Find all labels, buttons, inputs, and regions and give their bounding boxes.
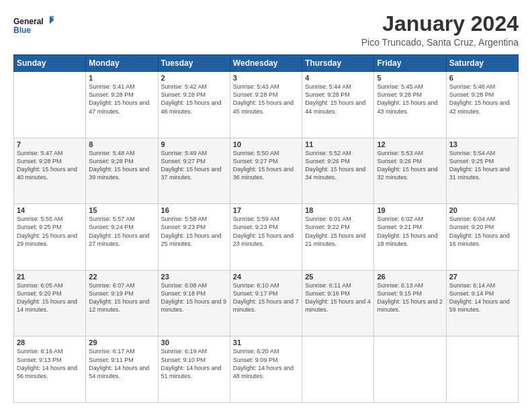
day-info: Sunrise: 6:11 AM Sunset: 9:16 PM Dayligh…: [305, 281, 371, 314]
week-row-3: 21Sunrise: 6:05 AM Sunset: 9:20 PM Dayli…: [14, 270, 519, 336]
day-info: Sunrise: 6:02 AM Sunset: 9:21 PM Dayligh…: [377, 215, 443, 248]
title-section: January 2024 Pico Truncado, Santa Cruz, …: [361, 12, 519, 48]
day-number: 31: [233, 338, 299, 347]
day-number: 27: [449, 273, 515, 281]
day-info: Sunrise: 5:54 AM Sunset: 9:25 PM Dayligh…: [449, 149, 515, 182]
day-cell: 2Sunrise: 5:42 AM Sunset: 9:28 PM Daylig…: [158, 72, 230, 138]
day-number: 30: [161, 338, 227, 347]
day-cell: 1Sunrise: 5:41 AM Sunset: 9:28 PM Daylig…: [86, 72, 158, 138]
day-cell: [302, 336, 374, 403]
day-number: 17: [233, 206, 299, 214]
day-cell: 24Sunrise: 6:10 AM Sunset: 9:17 PM Dayli…: [230, 270, 302, 336]
day-info: Sunrise: 5:50 AM Sunset: 9:27 PM Dayligh…: [233, 149, 299, 182]
day-info: Sunrise: 6:16 AM Sunset: 9:13 PM Dayligh…: [17, 347, 83, 380]
header-saturday: Saturday: [446, 55, 518, 72]
day-info: Sunrise: 5:52 AM Sunset: 9:26 PM Dayligh…: [305, 149, 371, 182]
day-info: Sunrise: 5:47 AM Sunset: 9:28 PM Dayligh…: [17, 149, 83, 182]
header-thursday: Thursday: [302, 55, 374, 72]
day-cell: [14, 72, 86, 138]
day-info: Sunrise: 5:57 AM Sunset: 9:24 PM Dayligh…: [89, 215, 154, 248]
day-number: 16: [161, 206, 227, 214]
header-row: SundayMondayTuesdayWednesdayThursdayFrid…: [14, 55, 519, 72]
day-number: 8: [89, 140, 154, 148]
day-info: Sunrise: 5:58 AM Sunset: 9:23 PM Dayligh…: [161, 215, 227, 248]
day-number: 2: [161, 74, 227, 82]
day-info: Sunrise: 5:45 AM Sunset: 9:28 PM Dayligh…: [377, 83, 443, 116]
day-cell: 21Sunrise: 6:05 AM Sunset: 9:20 PM Dayli…: [14, 270, 86, 336]
svg-text:General: General: [13, 17, 44, 26]
header-monday: Monday: [86, 55, 158, 72]
day-info: Sunrise: 5:41 AM Sunset: 9:28 PM Dayligh…: [89, 83, 154, 116]
week-row-1: 7Sunrise: 5:47 AM Sunset: 9:28 PM Daylig…: [14, 138, 519, 204]
day-number: 10: [233, 140, 299, 148]
header-friday: Friday: [374, 55, 446, 72]
header: General Blue January 2024 Pico Truncado,…: [13, 12, 519, 48]
day-info: Sunrise: 5:46 AM Sunset: 9:28 PM Dayligh…: [449, 83, 515, 116]
day-cell: 31Sunrise: 6:20 AM Sunset: 9:09 PM Dayli…: [230, 336, 302, 403]
day-number: 19: [377, 206, 443, 214]
day-number: 14: [17, 206, 83, 214]
day-cell: 4Sunrise: 5:44 AM Sunset: 9:28 PM Daylig…: [302, 72, 374, 138]
day-cell: 23Sunrise: 6:08 AM Sunset: 9:18 PM Dayli…: [158, 270, 230, 336]
day-cell: 22Sunrise: 6:07 AM Sunset: 9:19 PM Dayli…: [86, 270, 158, 336]
header-wednesday: Wednesday: [230, 55, 302, 72]
day-cell: 26Sunrise: 6:13 AM Sunset: 9:15 PM Dayli…: [374, 270, 446, 336]
day-info: Sunrise: 6:17 AM Sunset: 9:11 PM Dayligh…: [89, 347, 154, 380]
day-cell: 11Sunrise: 5:52 AM Sunset: 9:26 PM Dayli…: [302, 138, 374, 204]
day-info: Sunrise: 6:04 AM Sunset: 9:20 PM Dayligh…: [449, 215, 515, 248]
day-info: Sunrise: 5:59 AM Sunset: 9:23 PM Dayligh…: [233, 215, 299, 248]
calendar-subtitle: Pico Truncado, Santa Cruz, Argentina: [361, 37, 519, 48]
day-info: Sunrise: 5:44 AM Sunset: 9:28 PM Dayligh…: [305, 83, 371, 116]
logo-svg: General Blue: [13, 12, 54, 39]
day-cell: 8Sunrise: 5:48 AM Sunset: 9:28 PM Daylig…: [86, 138, 158, 204]
day-cell: 25Sunrise: 6:11 AM Sunset: 9:16 PM Dayli…: [302, 270, 374, 336]
day-number: 18: [305, 206, 371, 214]
day-info: Sunrise: 6:01 AM Sunset: 9:22 PM Dayligh…: [305, 215, 371, 248]
day-info: Sunrise: 6:19 AM Sunset: 9:10 PM Dayligh…: [161, 347, 227, 380]
week-row-4: 28Sunrise: 6:16 AM Sunset: 9:13 PM Dayli…: [14, 336, 519, 403]
day-cell: 6Sunrise: 5:46 AM Sunset: 9:28 PM Daylig…: [446, 72, 518, 138]
day-info: Sunrise: 6:05 AM Sunset: 9:20 PM Dayligh…: [17, 281, 83, 314]
day-cell: 13Sunrise: 5:54 AM Sunset: 9:25 PM Dayli…: [446, 138, 518, 204]
day-cell: 12Sunrise: 5:53 AM Sunset: 9:26 PM Dayli…: [374, 138, 446, 204]
day-info: Sunrise: 6:20 AM Sunset: 9:09 PM Dayligh…: [233, 347, 299, 380]
day-info: Sunrise: 6:07 AM Sunset: 9:19 PM Dayligh…: [89, 281, 154, 314]
day-number: 15: [89, 206, 154, 214]
day-info: Sunrise: 6:14 AM Sunset: 9:14 PM Dayligh…: [449, 281, 515, 314]
day-info: Sunrise: 6:10 AM Sunset: 9:17 PM Dayligh…: [233, 281, 299, 314]
day-cell: [374, 336, 446, 403]
day-info: Sunrise: 6:08 AM Sunset: 9:18 PM Dayligh…: [161, 281, 227, 314]
day-cell: 9Sunrise: 5:49 AM Sunset: 9:27 PM Daylig…: [158, 138, 230, 204]
day-cell: 16Sunrise: 5:58 AM Sunset: 9:23 PM Dayli…: [158, 204, 230, 271]
day-info: Sunrise: 5:55 AM Sunset: 9:25 PM Dayligh…: [17, 215, 83, 248]
day-cell: 14Sunrise: 5:55 AM Sunset: 9:25 PM Dayli…: [14, 204, 86, 271]
day-number: 12: [377, 140, 443, 148]
day-info: Sunrise: 5:42 AM Sunset: 9:28 PM Dayligh…: [161, 83, 227, 116]
day-number: 6: [449, 74, 515, 82]
day-cell: 30Sunrise: 6:19 AM Sunset: 9:10 PM Dayli…: [158, 336, 230, 403]
header-sunday: Sunday: [14, 55, 86, 72]
day-number: 24: [233, 273, 299, 281]
day-info: Sunrise: 5:48 AM Sunset: 9:28 PM Dayligh…: [89, 149, 154, 182]
day-number: 28: [17, 338, 83, 347]
day-cell: 20Sunrise: 6:04 AM Sunset: 9:20 PM Dayli…: [446, 204, 518, 271]
logo: General Blue: [13, 12, 54, 39]
day-cell: 18Sunrise: 6:01 AM Sunset: 9:22 PM Dayli…: [302, 204, 374, 271]
day-cell: 10Sunrise: 5:50 AM Sunset: 9:27 PM Dayli…: [230, 138, 302, 204]
day-cell: 29Sunrise: 6:17 AM Sunset: 9:11 PM Dayli…: [86, 336, 158, 403]
day-cell: [446, 336, 518, 403]
day-number: 5: [377, 74, 443, 82]
day-cell: 19Sunrise: 6:02 AM Sunset: 9:21 PM Dayli…: [374, 204, 446, 271]
calendar-title: January 2024: [361, 12, 519, 36]
day-number: 20: [449, 206, 515, 214]
page: General Blue January 2024 Pico Truncado,…: [0, 0, 532, 411]
day-cell: 7Sunrise: 5:47 AM Sunset: 9:28 PM Daylig…: [14, 138, 86, 204]
week-row-0: 1Sunrise: 5:41 AM Sunset: 9:28 PM Daylig…: [14, 72, 519, 138]
day-cell: 3Sunrise: 5:43 AM Sunset: 9:28 PM Daylig…: [230, 72, 302, 138]
calendar-body: 1Sunrise: 5:41 AM Sunset: 9:28 PM Daylig…: [14, 72, 519, 403]
day-cell: 15Sunrise: 5:57 AM Sunset: 9:24 PM Dayli…: [86, 204, 158, 271]
day-number: 29: [89, 338, 154, 347]
day-cell: 5Sunrise: 5:45 AM Sunset: 9:28 PM Daylig…: [374, 72, 446, 138]
day-cell: 17Sunrise: 5:59 AM Sunset: 9:23 PM Dayli…: [230, 204, 302, 271]
day-number: 26: [377, 273, 443, 281]
